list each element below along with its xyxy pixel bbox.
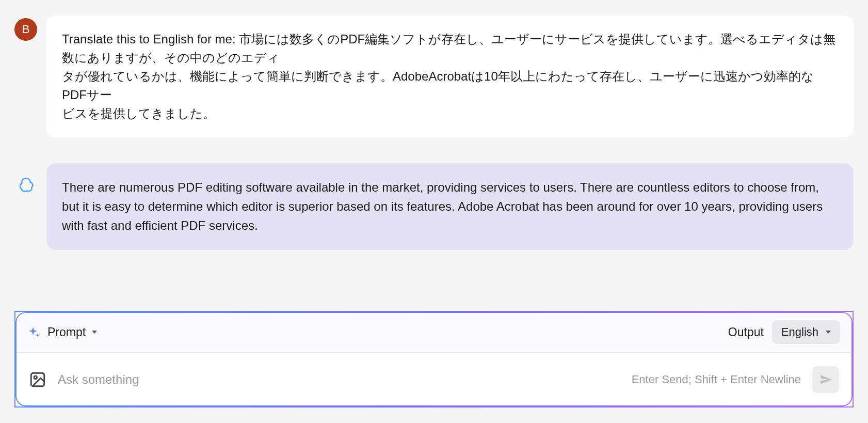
svg-point-1	[34, 376, 37, 379]
ai-message-text: There are numerous PDF editing software …	[62, 180, 823, 232]
output-language-value: English	[781, 325, 818, 339]
ai-logo-icon	[18, 177, 34, 193]
ai-message-row: There are numerous PDF editing software …	[14, 163, 854, 250]
chat-area: B Translate this to English for me: 市場には…	[14, 15, 854, 295]
image-icon[interactable]	[29, 371, 46, 388]
keyboard-hint: Enter Send; Shift + Enter Newline	[632, 373, 801, 386]
send-button[interactable]	[812, 366, 839, 393]
input-panel: Prompt Output English Enter Send; Shift …	[14, 311, 854, 408]
chevron-down-icon	[826, 331, 831, 334]
ai-avatar	[14, 174, 37, 196]
send-icon	[819, 373, 832, 386]
ai-message-bubble: There are numerous PDF editing software …	[46, 163, 854, 250]
user-message-bubble: Translate this to English for me: 市場には数多…	[46, 15, 854, 137]
input-body: Enter Send; Shift + Enter Newline	[15, 353, 853, 406]
output-label: Output	[728, 325, 764, 339]
prompt-input[interactable]	[58, 372, 620, 387]
user-avatar: B	[14, 18, 37, 41]
input-header: Prompt Output English	[15, 312, 853, 353]
prompt-label: Prompt	[47, 325, 86, 339]
chevron-down-icon	[92, 331, 97, 334]
sparkle-icon	[28, 326, 40, 338]
user-message-row: B Translate this to English for me: 市場には…	[14, 15, 854, 137]
user-message-text: Translate this to English for me: 市場には数多…	[62, 32, 835, 120]
output-language-selector[interactable]: English	[772, 320, 840, 344]
prompt-selector[interactable]: Prompt	[28, 325, 97, 339]
output-controls: Output English	[728, 320, 840, 344]
user-avatar-letter: B	[22, 23, 30, 36]
